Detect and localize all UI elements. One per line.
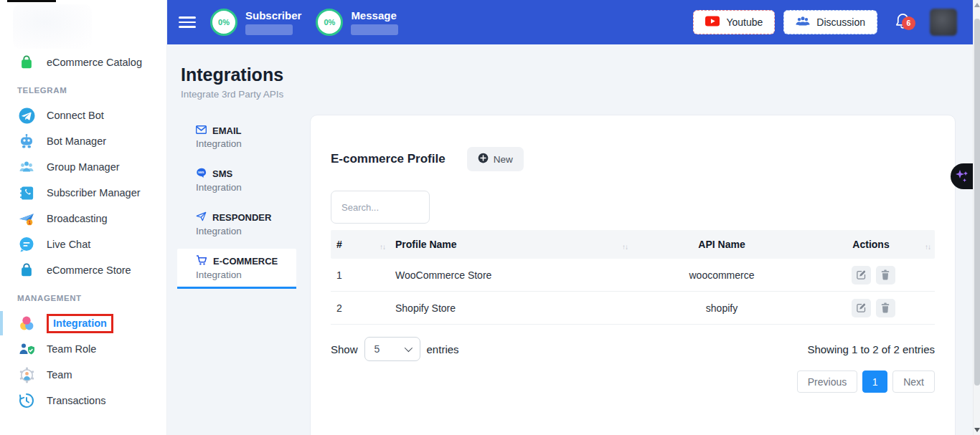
subnav-title: EMAIL: [212, 125, 241, 136]
delete-button[interactable]: [876, 299, 895, 317]
subscriber-progress-ring: 0%: [210, 9, 237, 36]
notification-count-badge: 6: [902, 16, 915, 30]
message-stat-label: Message: [351, 9, 398, 21]
svg-text:SMS: SMS: [198, 171, 204, 174]
shopping-bag-icon: [17, 53, 36, 72]
youtube-icon: [705, 16, 720, 29]
vertical-scrollbar[interactable]: [973, 0, 980, 435]
youtube-button-label: Youtube: [726, 16, 763, 28]
sidebar-item-bot-manager[interactable]: Bot Manager: [0, 128, 166, 154]
sidebar-item-subscriber-manager[interactable]: Subscriber Manager: [0, 180, 166, 206]
sidebar-item-ecommerce-catalog[interactable]: eCommerce Catalog: [0, 49, 166, 75]
scrollbar-up-arrow[interactable]: [974, 3, 980, 7]
pagination: Previous 1 Next: [331, 371, 935, 393]
sidebar-item-transactions[interactable]: Transactions: [0, 388, 166, 414]
sidebar-item-broadcasting[interactable]: 1 Broadcasting: [0, 206, 166, 231]
delete-button[interactable]: [876, 266, 895, 285]
sidebar: eCommerce Catalog TELEGRAM Connect Bot B…: [0, 0, 167, 435]
row-profile-name: Shopify Store: [390, 302, 632, 314]
scrollbar-down-arrow[interactable]: [974, 428, 980, 432]
scrollbar-thumb[interactable]: [974, 19, 980, 386]
subnav-subtitle: Integration: [196, 269, 296, 280]
next-page-button[interactable]: Next: [892, 371, 935, 393]
subscriber-stat-value-redacted: [245, 24, 293, 35]
message-progress-ring: 0%: [316, 9, 343, 36]
column-header-num[interactable]: #↑↓: [331, 239, 390, 251]
sidebar-nav: eCommerce Catalog TELEGRAM Connect Bot B…: [0, 0, 166, 414]
sidebar-item-ecommerce-store[interactable]: eCommerce Store: [0, 257, 166, 283]
discussion-users-icon: [796, 16, 810, 29]
sidebar-section-management: MANAGEMENT: [0, 294, 166, 302]
subnav-item-sms[interactable]: SMSSMS Integration: [177, 161, 296, 199]
table-row: 2 Shopify Store shopify: [331, 292, 935, 325]
sidebar-item-label: Team Role: [47, 343, 96, 355]
subnav-title: RESPONDER: [212, 212, 271, 223]
subnav-item-ecommerce[interactable]: E-COMMERCE Integration: [177, 249, 296, 289]
sort-icon[interactable]: ↑↓: [380, 243, 385, 251]
sidebar-item-label: Bot Manager: [47, 135, 106, 147]
row-actions: [811, 266, 935, 285]
discussion-button-label: Discussion: [816, 16, 865, 28]
discussion-button[interactable]: Discussion: [783, 10, 877, 34]
sidebar-item-integration[interactable]: Integration: [0, 310, 166, 336]
column-header-actions[interactable]: Actions↑↓: [811, 239, 935, 251]
page-1-button[interactable]: 1: [862, 371, 887, 393]
sidebar-item-team-role[interactable]: Team Role: [0, 336, 166, 362]
sidebar-item-team[interactable]: Team: [0, 362, 166, 388]
subnav-item-responder[interactable]: RESPONDER Integration: [177, 205, 296, 243]
subnav-subtitle: Integration: [196, 138, 296, 149]
sidebar-item-live-chat[interactable]: Live Chat: [0, 231, 166, 257]
topbar: 0% Subscriber 0% Message Youtube Discuss…: [167, 0, 973, 44]
sparkles-icon: [953, 167, 971, 186]
previous-page-button[interactable]: Previous: [797, 371, 857, 393]
edit-button[interactable]: [852, 266, 871, 285]
plus-circle-icon: [478, 153, 489, 166]
main-content: Integrations Integrate 3rd Party APIs EM…: [167, 44, 973, 435]
integration-circles-icon: [17, 314, 36, 333]
sidebar-item-label: Connect Bot: [47, 110, 104, 121]
new-profile-button[interactable]: New: [467, 147, 524, 171]
app-logo[interactable]: [13, 4, 92, 49]
ai-assistant-tab[interactable]: [951, 163, 973, 189]
sidebar-item-group-manager[interactable]: Group Manager: [0, 154, 166, 180]
table-row: 1 WooCommerce Store woocommerce: [331, 259, 935, 292]
page-subtitle: Integrate 3rd Party APIs: [181, 89, 283, 100]
row-num: 1: [331, 269, 390, 281]
telegram-icon: [17, 106, 36, 125]
youtube-button[interactable]: Youtube: [693, 10, 775, 34]
sidebar-item-label: Team: [47, 369, 72, 381]
svg-text:1: 1: [28, 219, 31, 224]
subnav-subtitle: Integration: [196, 182, 296, 193]
sidebar-section-telegram: TELEGRAM: [0, 86, 166, 95]
entries-select[interactable]: 5: [364, 337, 420, 361]
broadcast-plane-icon: 1: [17, 209, 36, 228]
page-length-control: Show 5 entries: [331, 337, 459, 361]
column-header-api-name[interactable]: API Name: [632, 239, 811, 250]
chat-bubble-icon: [17, 235, 36, 254]
edit-button[interactable]: [852, 299, 871, 317]
entries-label: entries: [427, 343, 459, 355]
users-group-icon: [17, 158, 36, 176]
notifications-button[interactable]: 6: [895, 12, 911, 33]
user-avatar[interactable]: [930, 9, 957, 36]
subscriber-stat: 0% Subscriber: [210, 9, 301, 36]
message-stat: 0% Message: [316, 9, 398, 36]
entries-select-value: 5: [374, 343, 380, 355]
new-button-label: New: [494, 154, 513, 165]
sort-icon[interactable]: ↑↓: [925, 243, 930, 251]
sidebar-item-label: Group Manager: [47, 161, 120, 173]
topbar-right-group: Youtube Discussion 6: [693, 9, 957, 36]
sort-icon[interactable]: ↑↓: [622, 243, 628, 251]
contact-book-icon: [17, 183, 36, 202]
table-header-row: #↑↓ Profile Name↑↓ API Name Actions↑↓: [331, 230, 935, 259]
column-header-profile-name[interactable]: Profile Name↑↓: [390, 239, 632, 251]
sidebar-item-label: Broadcasting: [47, 213, 108, 224]
robot-icon: [17, 132, 36, 150]
hamburger-menu-icon[interactable]: [179, 14, 196, 31]
sidebar-item-connect-bot[interactable]: Connect Bot: [0, 102, 166, 128]
search-input[interactable]: [331, 191, 430, 224]
sidebar-item-label: eCommerce Catalog: [47, 57, 142, 68]
subnav-item-email[interactable]: EMAIL Integration: [177, 119, 296, 156]
row-api-name: woocommerce: [632, 269, 811, 281]
paper-plane-icon: [196, 211, 207, 224]
